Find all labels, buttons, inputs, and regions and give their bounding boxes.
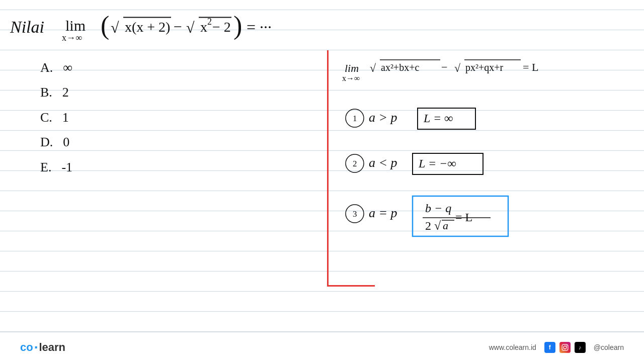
logo-learn: learn <box>39 341 65 354</box>
svg-text:x(x + 2): x(x + 2) <box>125 19 170 35</box>
footer-right: www.colearn.id f ♪ @colearn <box>489 342 624 353</box>
svg-text:−: − <box>441 61 447 73</box>
choice-b-value: 2 <box>62 80 69 105</box>
logo-separator: · <box>34 340 38 354</box>
svg-rect-46 <box>562 344 568 350</box>
svg-text:x→∞: x→∞ <box>342 74 360 82</box>
svg-text:px²+qx+r: px²+qx+r <box>465 62 504 73</box>
choice-c-value: 1 <box>62 105 69 130</box>
svg-point-47 <box>564 346 567 349</box>
tiktok-icon: ♪ <box>575 342 586 353</box>
question-title-svg: Nilai lim x→∞ ( √ x(x + 2) − √ x 2 − 2 )… <box>5 5 357 50</box>
svg-text:− 2: − 2 <box>212 19 231 35</box>
choice-b-label: B. <box>40 80 52 105</box>
svg-text:1: 1 <box>353 114 357 123</box>
svg-text:lim: lim <box>65 17 86 34</box>
choice-a-value: ∞ <box>63 55 72 80</box>
svg-text:(: ( <box>101 11 109 40</box>
main-content: Nilai lim x→∞ ( √ x(x + 2) − √ x 2 − 2 )… <box>0 0 644 332</box>
instagram-icon <box>559 342 571 353</box>
choice-d-label: D. <box>40 130 53 154</box>
svg-text:Nilai: Nilai <box>10 18 44 36</box>
svg-text:a: a <box>443 219 448 232</box>
svg-text:x: x <box>200 19 207 35</box>
choice-a-label: A. <box>40 55 53 80</box>
svg-text:√: √ <box>370 62 376 74</box>
svg-point-48 <box>566 345 567 346</box>
choice-e-label: E. <box>40 155 51 179</box>
choice-d-value: 0 <box>63 130 69 154</box>
social-handle: @colearn <box>594 343 624 351</box>
choice-c: C. 1 <box>40 105 72 130</box>
logo-co: co <box>20 341 33 354</box>
choice-d: D. 0 <box>40 130 72 154</box>
svg-text:= L: = L <box>455 211 472 224</box>
svg-text:−: − <box>174 18 182 35</box>
svg-text:2: 2 <box>207 17 212 27</box>
svg-text:√: √ <box>186 19 195 36</box>
svg-text:2: 2 <box>425 219 431 232</box>
svg-text:a > p: a > p <box>369 110 397 125</box>
svg-text:= ···: = ··· <box>247 18 272 36</box>
logo: co · learn <box>20 340 65 354</box>
answer-choices: A. ∞ B. 2 C. 1 D. 0 E. -1 <box>40 55 72 179</box>
svg-text:lim: lim <box>345 62 359 74</box>
choice-c-label: C. <box>40 105 52 130</box>
choice-b: B. 2 <box>40 80 72 105</box>
svg-text:x→∞: x→∞ <box>62 33 82 43</box>
svg-text:ax²+bx+c: ax²+bx+c <box>381 62 419 73</box>
facebook-icon: f <box>544 342 555 353</box>
footer: co · learn www.colearn.id f ♪ @colearn <box>0 332 644 362</box>
svg-text:a < p: a < p <box>369 155 397 170</box>
svg-text:3: 3 <box>353 209 357 219</box>
svg-text:b − q: b − q <box>425 202 451 215</box>
social-icons: f ♪ <box>544 342 586 353</box>
svg-text:L = ∞: L = ∞ <box>423 112 453 125</box>
svg-text:√: √ <box>434 219 441 232</box>
solution-svg: lim x→∞ √ ax²+bx+c − √ px²+qx+r = L 1 a … <box>325 48 644 304</box>
svg-text:2: 2 <box>353 159 357 168</box>
svg-text:√: √ <box>454 62 461 74</box>
svg-text:): ) <box>233 11 242 40</box>
choice-e: E. -1 <box>40 155 72 179</box>
choice-a: A. ∞ <box>40 55 72 80</box>
svg-text:a = p: a = p <box>369 206 397 220</box>
svg-text:= L: = L <box>523 61 538 73</box>
footer-url: www.colearn.id <box>489 343 536 351</box>
svg-text:L = −∞: L = −∞ <box>418 157 456 170</box>
svg-text:√: √ <box>111 19 119 36</box>
choice-e-value: -1 <box>61 155 72 179</box>
